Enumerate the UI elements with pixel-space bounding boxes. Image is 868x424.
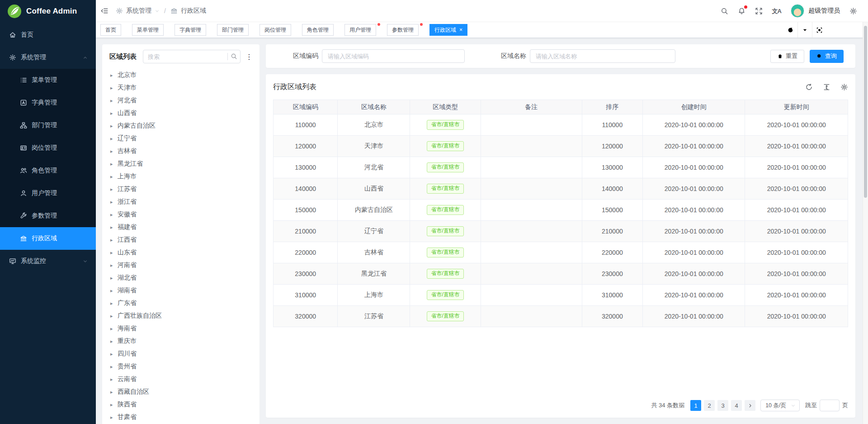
- tree-node[interactable]: ▸浙江省: [102, 195, 259, 208]
- sidebar-item-dict[interactable]: 字典管理: [0, 91, 96, 114]
- tree-node[interactable]: ▸海南省: [102, 322, 259, 335]
- tree-node[interactable]: ▸湖北省: [102, 272, 259, 284]
- table-row[interactable]: 110000北京市省市/直辖市1100002020-10-01 00:00:00…: [274, 114, 848, 136]
- sidebar-item-param[interactable]: 参数管理: [0, 205, 96, 227]
- sidebar-item-region[interactable]: 行政区域: [0, 227, 96, 250]
- search-icon[interactable]: [231, 53, 237, 60]
- table-row[interactable]: 130000河北省省市/直辖市1300002020-10-01 00:00:00…: [274, 157, 848, 178]
- tree-node[interactable]: ▸山东省: [102, 246, 259, 259]
- page-button-1[interactable]: 1: [690, 400, 701, 411]
- tree-node[interactable]: ▸湖南省: [102, 284, 259, 297]
- tree-node[interactable]: ▸河北省: [102, 94, 259, 107]
- tree-node[interactable]: ▸上海市: [102, 170, 259, 183]
- caret-right-icon[interactable]: ▸: [110, 275, 118, 281]
- tab-用户管理[interactable]: 用户管理: [344, 24, 376, 36]
- sidebar-collapse-icon[interactable]: [100, 7, 108, 15]
- tree-node[interactable]: ▸北京市: [102, 69, 259, 81]
- caret-right-icon[interactable]: ▸: [110, 376, 118, 382]
- tree-search-input[interactable]: [143, 50, 241, 63]
- chevron-down-icon[interactable]: [797, 22, 812, 38]
- translate-icon[interactable]: 文A: [772, 7, 781, 15]
- table-row[interactable]: 220000吉林省省市/直辖市2200002020-10-01 00:00:00…: [274, 242, 848, 263]
- sidebar-item-home[interactable]: 首页: [0, 24, 96, 46]
- tree-node[interactable]: ▸广东省: [102, 297, 259, 310]
- caret-right-icon[interactable]: ▸: [110, 338, 118, 344]
- table-row[interactable]: 210000辽宁省省市/直辖市2100002020-10-01 00:00:00…: [274, 221, 848, 242]
- caret-right-icon[interactable]: ▸: [110, 85, 118, 91]
- tab-行政区域[interactable]: 行政区域×: [429, 24, 467, 36]
- caret-right-icon[interactable]: ▸: [110, 300, 118, 306]
- page-button-4[interactable]: 4: [731, 400, 742, 411]
- tree-node[interactable]: ▸江苏省: [102, 183, 259, 195]
- caret-right-icon[interactable]: ▸: [110, 148, 118, 154]
- jump-to-input[interactable]: [820, 400, 840, 411]
- caret-right-icon[interactable]: ▸: [110, 161, 118, 167]
- table-row[interactable]: 120000天津市省市/直辖市1200002020-10-01 00:00:00…: [274, 136, 848, 157]
- user-menu[interactable]: 超级管理员: [791, 4, 840, 18]
- table-row[interactable]: 230000黑龙江省省市/直辖市2300002020-10-01 00:00:0…: [274, 263, 848, 285]
- caret-right-icon[interactable]: ▸: [110, 72, 118, 78]
- sidebar-item-dept[interactable]: 部门管理: [0, 114, 96, 137]
- caret-right-icon[interactable]: ▸: [110, 98, 118, 104]
- caret-right-icon[interactable]: ▸: [110, 351, 118, 357]
- tab-首页[interactable]: 首页: [100, 24, 121, 36]
- caret-right-icon[interactable]: ▸: [110, 364, 118, 370]
- close-icon[interactable]: ×: [459, 27, 462, 33]
- caret-right-icon[interactable]: ▸: [110, 136, 118, 142]
- app-logo[interactable]: Coffee Admin: [0, 0, 96, 23]
- caret-right-icon[interactable]: ▸: [110, 250, 118, 256]
- page-scrollbar[interactable]: [863, 22, 868, 424]
- tree-node[interactable]: ▸江西省: [102, 233, 259, 246]
- tree-node[interactable]: ▸四川省: [102, 348, 259, 360]
- caret-right-icon[interactable]: ▸: [110, 174, 118, 180]
- table-row[interactable]: 150000内蒙古自治区省市/直辖市1500002020-10-01 00:00…: [274, 200, 848, 221]
- sidebar-item-user[interactable]: 用户管理: [0, 182, 96, 205]
- search-icon[interactable]: [721, 7, 728, 15]
- tree-node[interactable]: ▸西藏自治区: [102, 386, 259, 398]
- tab-参数管理[interactable]: 参数管理: [387, 24, 419, 36]
- sidebar-item-system[interactable]: 系统管理: [0, 46, 96, 69]
- page-button-2[interactable]: 2: [704, 400, 715, 411]
- caret-right-icon[interactable]: ▸: [110, 224, 118, 230]
- kebab-menu-icon[interactable]: ⋮: [244, 52, 254, 61]
- sidebar-item-monitor[interactable]: 系统监控: [0, 250, 96, 272]
- scrollbar-thumb[interactable]: [864, 26, 867, 198]
- tree-node[interactable]: ▸甘肃省: [102, 411, 259, 424]
- reset-button[interactable]: 重置: [770, 50, 804, 63]
- next-page-button[interactable]: [745, 400, 755, 411]
- table-row[interactable]: 140000山西省省市/直辖市1400002020-10-01 00:00:00…: [274, 178, 848, 200]
- tree-node[interactable]: ▸内蒙古自治区: [102, 119, 259, 132]
- column-settings-gear-icon[interactable]: [840, 83, 848, 91]
- tree-node[interactable]: ▸广西壮族自治区: [102, 310, 259, 322]
- caret-right-icon[interactable]: ▸: [110, 414, 118, 420]
- sidebar-item-post[interactable]: 岗位管理: [0, 137, 96, 159]
- table-row[interactable]: 310000上海市省市/直辖市3100002020-10-01 00:00:00…: [274, 285, 848, 306]
- tree-node[interactable]: ▸安徽省: [102, 208, 259, 221]
- page-size-select[interactable]: 10 条/页: [760, 400, 800, 411]
- caret-right-icon[interactable]: ▸: [110, 199, 118, 205]
- tab-菜单管理[interactable]: 菜单管理: [132, 24, 164, 36]
- caret-right-icon[interactable]: ▸: [110, 262, 118, 268]
- caret-right-icon[interactable]: ▸: [110, 389, 118, 395]
- region-name-input[interactable]: [530, 49, 675, 63]
- tree-node[interactable]: ▸辽宁省: [102, 132, 259, 145]
- caret-right-icon[interactable]: ▸: [110, 288, 118, 294]
- caret-right-icon[interactable]: ▸: [110, 326, 118, 332]
- tree-node[interactable]: ▸吉林省: [102, 145, 259, 157]
- query-button[interactable]: 查询: [810, 50, 844, 63]
- page-button-3[interactable]: 3: [717, 400, 728, 411]
- tree-node[interactable]: ▸陕西省: [102, 398, 259, 411]
- region-code-input[interactable]: [322, 49, 465, 63]
- table-row[interactable]: 320000江苏省省市/直辖市3200002020-10-01 00:00:00…: [274, 306, 848, 327]
- caret-right-icon[interactable]: ▸: [110, 186, 118, 192]
- caret-right-icon[interactable]: ▸: [110, 237, 118, 243]
- refresh-icon[interactable]: [805, 83, 813, 91]
- tab-角色管理[interactable]: 角色管理: [302, 24, 334, 36]
- maximize-icon[interactable]: [812, 22, 826, 38]
- settings-gear-icon[interactable]: [849, 7, 857, 15]
- notification-bell-icon[interactable]: [738, 7, 745, 15]
- row-height-icon[interactable]: [823, 83, 830, 91]
- tree-node[interactable]: ▸河南省: [102, 259, 259, 272]
- tab-部门管理[interactable]: 部门管理: [217, 24, 249, 36]
- tree-node[interactable]: ▸天津市: [102, 81, 259, 94]
